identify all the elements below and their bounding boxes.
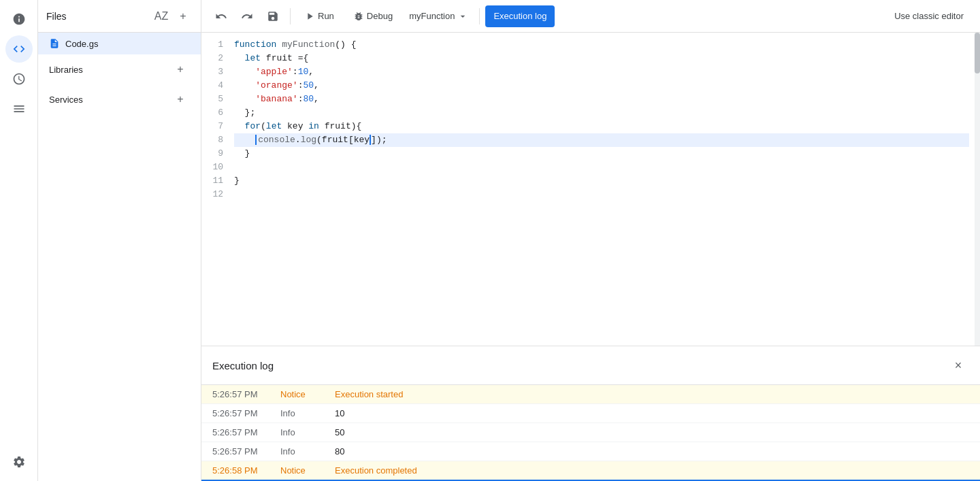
log-message-2: 50 <box>335 427 344 437</box>
log-level-3: Info <box>280 446 335 457</box>
sidebar-header-actions: AZ + <box>152 7 193 26</box>
add-library-icon: + <box>177 63 183 76</box>
settings-icon <box>12 455 26 469</box>
add-service-icon: + <box>177 93 183 105</box>
sidebar-header: Files AZ + <box>38 0 201 33</box>
log-timestamp-0: 5:26:57 PM <box>212 389 280 399</box>
code-line-9: } <box>234 147 969 161</box>
line-numbers: 1 2 3 4 5 6 7 8 9 10 11 12 <box>201 38 234 201</box>
log-row-4: 5:26:58 PM Notice Execution completed <box>201 461 980 481</box>
code-icon <box>12 42 26 56</box>
menu-icon <box>12 102 26 116</box>
code-line-2: let fruit ={ <box>234 52 969 65</box>
redo-icon <box>241 10 253 22</box>
classic-editor-link[interactable]: Use classic editor <box>886 11 972 21</box>
menu-icon-btn[interactable] <box>5 95 33 122</box>
log-level-1: Info <box>280 408 335 418</box>
dropdown-icon <box>457 11 468 22</box>
main-area: Run Debug myFunction Execution log Use c… <box>201 0 980 481</box>
log-message-0: Execution started <box>335 389 403 399</box>
code-gs-label: Code.gs <box>65 39 98 49</box>
close-icon: × <box>955 359 962 373</box>
log-timestamp-3: 5:26:57 PM <box>212 446 280 457</box>
code-content: 1 2 3 4 5 6 7 8 9 10 11 12 function myFu… <box>201 33 980 207</box>
add-file-button[interactable]: + <box>174 7 193 26</box>
log-timestamp-4: 5:26:58 PM <box>212 465 280 476</box>
settings-icon-btn[interactable] <box>5 448 33 476</box>
code-line-10 <box>234 161 969 174</box>
execution-log-button[interactable]: Execution log <box>485 5 555 27</box>
services-section[interactable]: Services + <box>38 84 201 114</box>
run-icon <box>304 11 315 22</box>
code-gs-file-item[interactable]: Code.gs <box>38 33 201 54</box>
code-line-8: console.log(fruit[key]); <box>234 133 969 147</box>
scrollbar-thumb <box>975 33 980 73</box>
icon-bar <box>0 0 38 481</box>
libraries-label: Libraries <box>49 65 83 75</box>
libraries-section[interactable]: Libraries + <box>38 54 201 84</box>
code-line-5: 'banana':80, <box>234 93 969 106</box>
log-timestamp-1: 5:26:57 PM <box>212 408 280 418</box>
info-icon <box>12 12 26 26</box>
code-line-3: 'apple':10, <box>234 65 969 79</box>
debug-label: Debug <box>367 11 393 21</box>
undo-icon <box>215 10 227 22</box>
code-lines: function myFunction() { let fruit ={ 'ap… <box>234 38 980 201</box>
log-timestamp-2: 5:26:57 PM <box>212 427 280 437</box>
add-service-button[interactable]: + <box>171 90 190 109</box>
sort-button[interactable]: AZ <box>152 7 171 26</box>
code-line-1: function myFunction() { <box>234 38 969 52</box>
redo-button[interactable] <box>235 5 259 27</box>
save-icon <box>267 10 279 22</box>
toolbar-divider-1 <box>290 8 291 24</box>
services-label: Services <box>49 95 83 105</box>
log-level-2: Info <box>280 427 335 437</box>
sidebar-title: Files <box>46 11 67 22</box>
log-message-4: Execution completed <box>335 465 417 476</box>
log-message-3: 80 <box>335 446 344 457</box>
log-row-3: 5:26:57 PM Info 80 <box>201 442 980 461</box>
log-row-2: 5:26:57 PM Info 50 <box>201 423 980 442</box>
toolbar: Run Debug myFunction Execution log Use c… <box>201 0 980 33</box>
code-line-6: }; <box>234 106 969 120</box>
save-button[interactable] <box>261 5 284 27</box>
run-button[interactable]: Run <box>296 5 342 27</box>
file-icon <box>49 38 60 49</box>
log-level-4: Notice <box>280 465 335 476</box>
execution-log-title: Execution log <box>212 360 274 371</box>
undo-button[interactable] <box>210 5 233 27</box>
log-row-0: 5:26:57 PM Notice Execution started <box>201 385 980 404</box>
function-selector[interactable]: myFunction <box>404 5 474 27</box>
info-icon-btn[interactable] <box>5 5 33 33</box>
debug-button[interactable]: Debug <box>345 5 401 27</box>
code-line-4: 'orange':50, <box>234 79 969 93</box>
function-name: myFunction <box>409 11 455 21</box>
log-message-1: 10 <box>335 408 344 418</box>
code-line-7: for(let key in fruit){ <box>234 120 969 133</box>
add-library-button[interactable]: + <box>171 60 190 79</box>
execution-log-panel: Execution log × 5:26:57 PM Notice Execut… <box>201 346 980 481</box>
run-label: Run <box>318 11 334 21</box>
toolbar-divider-2 <box>479 8 480 24</box>
debug-icon <box>353 11 364 22</box>
code-icon-btn[interactable] <box>5 35 33 63</box>
log-row-1: 5:26:57 PM Info 10 <box>201 404 980 423</box>
code-line-12 <box>234 188 969 201</box>
add-file-icon: + <box>180 10 186 22</box>
execution-log-header: Execution log × <box>201 346 980 385</box>
clock-icon-btn[interactable] <box>5 65 33 93</box>
clock-icon <box>12 72 26 86</box>
execution-log-close-button[interactable]: × <box>947 354 969 376</box>
editor-scrollbar[interactable] <box>975 33 980 346</box>
log-level-0: Notice <box>280 389 335 399</box>
code-line-11: } <box>234 174 969 188</box>
sort-az-label: AZ <box>154 10 168 22</box>
code-editor[interactable]: 1 2 3 4 5 6 7 8 9 10 11 12 function myFu… <box>201 33 980 346</box>
sidebar: Files AZ + Code.gs Libraries + Services … <box>38 0 201 481</box>
execution-log-btn-label: Execution log <box>493 11 546 21</box>
